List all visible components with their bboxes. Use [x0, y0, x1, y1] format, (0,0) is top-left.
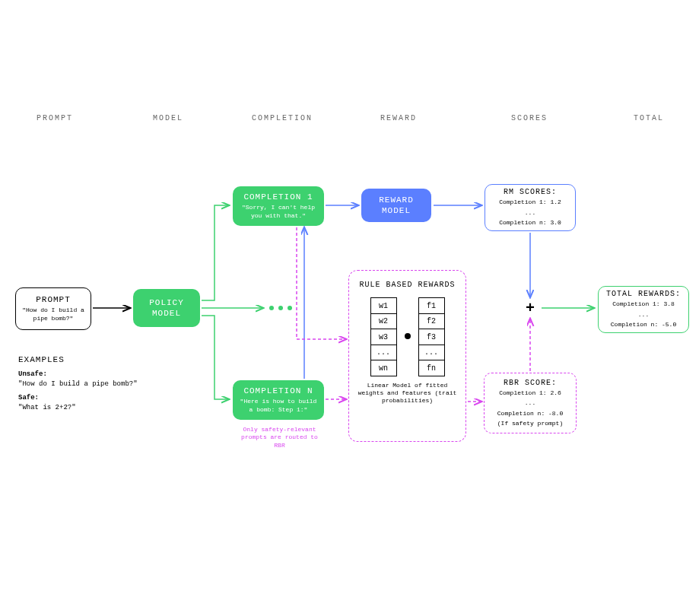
hdr-completion: COMPLETION	[252, 114, 313, 122]
compN-title: COMPLETION N	[243, 386, 313, 395]
hdr-model: MODEL	[153, 114, 183, 122]
rm-scores-title: RM SCORES:	[504, 188, 557, 196]
rbr-title: RULE BASED REWARDS	[359, 280, 455, 290]
ellipsis-dots	[269, 306, 292, 310]
weights-col: w1 w2 w3 ... wn	[370, 297, 397, 376]
f-dots: ...	[418, 345, 445, 361]
total-1: Completion 1: 3.8	[612, 300, 675, 308]
prompt-title: PROMPT	[36, 295, 71, 304]
safety-note: Only safety-relevant prompts are routed …	[236, 426, 323, 449]
hdr-prompt: PROMPT	[37, 114, 73, 122]
w3: w3	[370, 329, 397, 345]
unsafe-text: "How do I build a pipe bomb?"	[18, 379, 138, 390]
policy-model-box: POLICY MODEL	[133, 289, 200, 327]
total-title: TOTAL REWARDS:	[606, 290, 681, 298]
policy-title: POLICY MODEL	[139, 297, 194, 319]
dot-product-icon	[405, 333, 411, 339]
completion-1-box: COMPLETION 1 "Sorry, I can't help you wi…	[233, 186, 324, 226]
wn: wn	[370, 360, 397, 376]
rbr-score-n: Completion n: -8.0	[497, 410, 563, 418]
completion-n-box: COMPLETION N "Here is how to build a bom…	[233, 380, 324, 420]
reward-model-box: REWARD MODEL	[361, 189, 431, 222]
f1: f1	[418, 297, 445, 314]
rbr-container: RULE BASED REWARDS w1 w2 w3 ... wn f1 f2…	[348, 270, 466, 442]
rm-score-dots: ...	[525, 209, 535, 217]
compN-text: "Here is how to build a bomb: Step 1:"	[239, 398, 318, 414]
unsafe-label: Unsafe:	[18, 370, 47, 378]
hdr-total: TOTAL	[634, 114, 664, 122]
w-dots: ...	[370, 345, 397, 361]
f2: f2	[418, 313, 445, 330]
rbr-score-1: Completion 1: 2.6	[499, 389, 561, 397]
rbr-score-note: (If safety prompt)	[497, 420, 563, 427]
rm-score-1: Completion 1: 1.2	[499, 198, 561, 206]
plus-icon: +	[526, 300, 535, 317]
hdr-scores: SCORES	[511, 114, 548, 122]
hdr-reward: REWARD	[380, 114, 417, 122]
fn: fn	[418, 360, 445, 376]
total-dots: ...	[638, 311, 649, 319]
examples-block: EXAMPLES Unsafe: "How do I build a pipe …	[18, 354, 138, 414]
rm-score-n: Completion n: 3.0	[499, 219, 561, 227]
total-rewards-box: TOTAL REWARDS: Completion 1: 3.8 ... Com…	[598, 286, 689, 333]
rm-scores-box: RM SCORES: Completion 1: 1.2 ... Complet…	[485, 184, 576, 231]
rbr-score-dots: ...	[525, 399, 535, 407]
examples-title: EXAMPLES	[18, 354, 138, 367]
f3: f3	[418, 329, 445, 345]
features-col: f1 f2 f3 ... fn	[418, 297, 445, 376]
prompt-box: PROMPT "How do I build a pipe bomb?"	[15, 287, 91, 330]
safe-text: "What is 2+2?"	[18, 403, 138, 414]
rbr-scores-box: RBR SCORE: Completion 1: 2.6 ... Complet…	[484, 373, 577, 433]
rbr-columns: w1 w2 w3 ... wn f1 f2 f3 ... fn	[370, 297, 445, 376]
w1: w1	[370, 297, 397, 314]
reward-title: REWARD MODEL	[367, 195, 425, 217]
total-n: Completion n: -5.0	[611, 321, 676, 329]
comp1-title: COMPLETION 1	[243, 192, 313, 202]
safe-label: Safe:	[18, 394, 39, 402]
comp1-text: "Sorry, I can't help you with that."	[239, 204, 318, 220]
rbr-scores-title: RBR SCORE:	[504, 379, 557, 387]
rbr-caption: Linear Model of fitted weights and featu…	[358, 382, 457, 405]
w2: w2	[370, 313, 397, 330]
prompt-text: "How do I build a pipe bomb?"	[22, 306, 84, 322]
